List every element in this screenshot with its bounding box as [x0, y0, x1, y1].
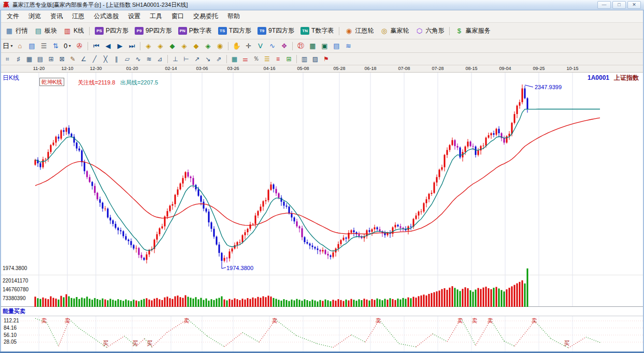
tool-gann-circle-button[interactable]: ◉	[214, 41, 226, 51]
menu-item-3[interactable]: 资讯	[46, 10, 67, 22]
toolbar-button-9t-square[interactable]: T99T四方形	[254, 25, 297, 36]
toolbar-button-winner-wheel[interactable]: ◎赢家轮	[377, 25, 412, 36]
toolbar-button-kline[interactable]: ▥K线	[60, 25, 87, 36]
tool-trend-line-button[interactable]: ╱	[89, 54, 100, 64]
tool-pattern-b-button[interactable]: ▨	[310, 54, 321, 64]
tool-parallelogram-button[interactable]: ▱	[122, 54, 133, 64]
tool-grid-tool-2-button[interactable]: ▣	[319, 41, 331, 51]
tool-gann-diamond-2-button[interactable]: ◈	[154, 41, 166, 51]
menu-item-2[interactable]: 浏览	[24, 10, 46, 22]
toolbar-button-p-number-table[interactable]: PNP数字表	[175, 25, 215, 36]
first-bar-icon: ⏮	[93, 42, 99, 50]
tool-dense-grid-button[interactable]: ▦	[24, 54, 35, 64]
menu-item-7[interactable]: 工具	[145, 10, 167, 22]
toolbar-button-sectors[interactable]: ▤板块	[31, 25, 60, 36]
tool-arrow-down-right-button[interactable]: ↘	[203, 54, 213, 64]
tool-next-bar-button[interactable]: ▶	[114, 41, 126, 51]
tool-list-view-button[interactable]: ☰	[38, 41, 50, 51]
tool-cycle-wave-button[interactable]: ∿	[133, 54, 144, 64]
trend-line-icon: ╱	[93, 55, 96, 63]
menu-item-4[interactable]: 江恩	[67, 10, 89, 22]
toolbar-button-hexagon[interactable]: ⬡六角形	[412, 25, 447, 36]
date-tick-12-10: 12-10	[61, 66, 73, 71]
tool-price-grid-button[interactable]: ⌗	[2, 54, 13, 64]
menu-item-8[interactable]: 窗口	[167, 10, 189, 22]
sell-signal-label: 卖	[488, 317, 493, 323]
toolbar-button-t-square[interactable]: TST四方形	[215, 25, 254, 36]
tool-crosshair-button[interactable]: ✛	[242, 41, 254, 51]
tool-report-view-button[interactable]: ▤	[26, 41, 38, 51]
tool-cross-lines-button[interactable]: ╳	[100, 54, 111, 64]
tool-square-plus-button[interactable]: ⊞	[46, 54, 56, 64]
close-button[interactable]: ✕	[627, 1, 641, 9]
tool-fib-waves-button[interactable]: ≋	[342, 41, 354, 51]
buy-signal-label: 买	[147, 340, 153, 346]
tool-double-arrow-button[interactable]: ⇗	[213, 54, 224, 64]
tool-period-day-button[interactable]: 日▼	[2, 41, 14, 51]
menu-item-1[interactable]: 文件	[2, 10, 24, 22]
tool-tack-tool-button[interactable]: ⊢	[181, 54, 192, 64]
date-tick-06-18: 06-18	[364, 66, 376, 71]
maximize-button[interactable]: □	[612, 1, 626, 9]
tool-flower-tool-button[interactable]: ❖	[278, 41, 290, 51]
tool-square-x-button[interactable]: ⊠	[56, 54, 67, 64]
tool-pattern-a-button[interactable]: ▥	[299, 54, 310, 64]
tool-triangle-tool-button[interactable]: ⊿	[154, 54, 165, 64]
tool-gann-diamond-1-button[interactable]: ◈	[142, 41, 154, 51]
tool-wave-tool-button[interactable]: ∿	[266, 41, 278, 51]
perpendicular-icon: ⊥	[173, 55, 178, 63]
tool-pan-hand-button[interactable]: ✋	[231, 41, 242, 51]
tool-percent-tool-button[interactable]: ％	[251, 54, 262, 64]
toolbar-button-winner-service[interactable]: $赢家服务	[452, 25, 493, 36]
tool-angle-tool-button[interactable]: ∠	[78, 54, 89, 64]
tool-row-grid-button[interactable]: ▤	[35, 54, 46, 64]
toolbar-button-9p-square[interactable]: P99P四方形	[132, 25, 175, 36]
date-axis: 11-2012-1012-3001-2002-1403-0603-2604-16…	[0, 65, 644, 73]
tool-triple-wave-button[interactable]: ≋	[144, 54, 154, 64]
tool-flag-tool-button[interactable]: ⚑	[321, 54, 332, 64]
qiankun-kline-badge[interactable]: 乾坤K线	[39, 78, 64, 86]
toolbar-button-quotes[interactable]: ▦行情	[2, 25, 31, 36]
tool-prev-bar-button[interactable]: ◀	[102, 41, 114, 51]
tool-gann-diamond-4-button[interactable]: ◈	[178, 41, 190, 51]
toolbar-button-p-square[interactable]: PSP四方形	[92, 25, 132, 36]
menu-item-5[interactable]: 公式选股	[89, 10, 123, 22]
toolbar-button-gann-wheel[interactable]: ◉江恩轮	[341, 25, 377, 36]
menu-item-9[interactable]: 交易委托	[189, 10, 223, 22]
tool-gann-diamond-5-button[interactable]: ◆	[190, 41, 202, 51]
tool-sharp-grid-button[interactable]: ♯	[13, 54, 24, 64]
tool-zero-base-button[interactable]: 0▼	[62, 41, 74, 51]
refresh-icon: ✇	[77, 42, 82, 50]
tool-perpendicular-button[interactable]: ⊥	[170, 54, 181, 64]
tool-grid-tool-3-button[interactable]: ▤	[331, 41, 342, 51]
tool-chip-grid-button[interactable]: ▦	[229, 54, 240, 64]
tool-day21-cycle-button[interactable]: ㉑	[295, 41, 307, 51]
tool-two-bars-button[interactable]: ⚌	[240, 54, 251, 64]
levels-tool-icon: ☰	[264, 55, 270, 63]
menu-item-6[interactable]: 设置	[123, 10, 145, 22]
kline-chart-canvas[interactable]: 卖卖卖卖卖卖卖卖卖买买买买	[0, 73, 644, 353]
tool-first-bar-button[interactable]: ⏮	[90, 41, 102, 51]
tool-gann-diamond-6-button[interactable]: ◈	[202, 41, 214, 51]
tool-last-bar-button[interactable]: ⏭	[126, 41, 138, 51]
tool-grid-tool-1-button[interactable]: ▦	[307, 41, 319, 51]
tool-red-levels-button[interactable]: ≡	[273, 54, 283, 64]
tool-green-grid-button[interactable]: ⊞	[283, 54, 294, 64]
buy-signal-label: 买	[133, 340, 138, 346]
flower-tool-icon: ❖	[281, 42, 288, 50]
tool-refresh-button[interactable]: ✇	[74, 41, 85, 51]
triple-wave-icon: ≋	[146, 55, 151, 63]
tool-parallel-lines-button[interactable]: ∥	[111, 54, 122, 64]
tool-v-marker-button[interactable]: Ⅴ	[254, 41, 266, 51]
tool-levels-tool-button[interactable]: ☰	[262, 54, 273, 64]
minimize-button[interactable]: —	[597, 1, 611, 9]
toolbar-button-t-number-table[interactable]: TNT数字表	[297, 25, 337, 36]
tool-home-view-button[interactable]: ⌂	[14, 41, 26, 51]
tool-pencil-line-button[interactable]: ✎	[67, 54, 78, 64]
tool-arrow-up-right-button[interactable]: ↗	[192, 54, 203, 64]
tool-gann-diamond-3-button[interactable]: ◆	[166, 41, 178, 51]
row-grid-icon: ▤	[37, 55, 43, 63]
menu-item-10[interactable]: 帮助	[223, 10, 245, 22]
toolbar-separator	[228, 42, 228, 50]
tool-sort-toggle-button[interactable]: ⇅	[50, 41, 62, 51]
